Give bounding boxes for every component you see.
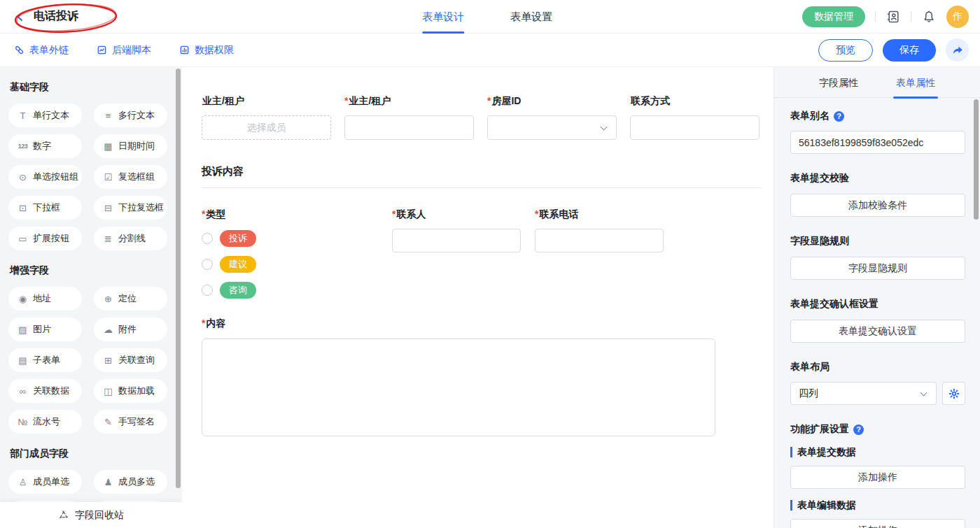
submit-validation-label: 表单提交校验 [790,172,965,185]
bar-chart-icon: ◫ [103,386,113,397]
radio-button[interactable] [202,285,213,296]
layout-settings-button[interactable] [942,382,965,405]
toolbar-link-label: 后端脚本 [112,44,151,57]
sidebar-item-radio-group[interactable]: ⊙单选按钮组 [8,165,82,189]
contact-book-icon[interactable] [886,9,901,24]
sidebar-item-member-single[interactable]: ♙成员单选 [8,470,82,494]
form-alias-input[interactable] [790,131,965,154]
tab-form-design[interactable]: 表单设计 [422,0,464,34]
back-button[interactable] [14,10,27,23]
help-icon[interactable]: ? [834,111,844,122]
chevron-down-icon [601,124,608,131]
button-icon: ▭ [18,234,28,244]
text-input-box[interactable] [392,229,521,252]
form-external-link-button[interactable]: 表单外链 [14,44,69,57]
sidebar-item-number[interactable]: 123数字 [8,134,82,158]
field-contact-phone[interactable]: *联系电话 [535,208,678,299]
sidebar-item-serial-number[interactable]: №流水号 [8,410,82,434]
sidebar-item-member-multi[interactable]: ♟成员多选 [94,470,167,494]
data-permission-button[interactable]: 数据权限 [179,44,234,57]
field-type-radio-group[interactable]: *类型 投诉 建议 咨询 [202,208,392,299]
field-contact-method[interactable]: 联系方式 [630,95,760,140]
field-content-textarea[interactable]: *内容 [202,317,761,436]
sidebar-item-handwritten-signature[interactable]: ✎手写签名 [94,410,167,434]
tab-form-properties[interactable]: 表单属性 [896,67,935,98]
divider-icon: ≣ [103,234,113,244]
form-layout-row: 四列 [790,382,965,405]
form-alias-label: 表单别名 [790,110,830,122]
option-tag-complaint[interactable]: 投诉 [220,230,256,247]
avatar[interactable]: 作 [946,6,969,28]
form-layout-select[interactable]: 四列 [790,382,937,405]
toolbar-links: 表单外链 后端脚本 数据权限 [14,44,234,57]
sidebar-item-datetime[interactable]: ▦日期时间 [94,134,167,158]
member-picker-box[interactable]: 选择成员 [202,115,331,140]
header-tabs: 表单设计 表单设置 [422,0,552,34]
sidebar-item-dropdown[interactable]: ⊡下拉框 [8,196,82,220]
multi-dropdown-icon: ⊟ [103,203,113,213]
add-edit-action-button[interactable]: 添加操作 [790,519,965,528]
member-picker-placeholder: 选择成员 [247,122,286,134]
share-button[interactable] [946,38,969,62]
sidebar-item-checkbox-group[interactable]: ☑复选框组 [94,165,167,189]
tab-field-properties[interactable]: 字段属性 [819,67,858,98]
multi-line-text-icon: ≡ [103,110,113,121]
calendar-icon: ▦ [103,141,113,152]
submit-confirm-settings-button[interactable]: 表单提交确认设置 [790,320,965,343]
recycle-icon [58,510,69,521]
save-button[interactable]: 保存 [883,39,936,62]
sidebar-item-multi-line-text[interactable]: ≡多行文本 [94,104,167,127]
sidebar-item-single-line-text[interactable]: T单行文本 [8,104,82,127]
dropdown-icon: ⊡ [18,203,28,213]
add-validation-condition-button[interactable]: 添加校验条件 [790,194,965,217]
field-house-id[interactable]: *房屋ID [487,95,617,140]
sidebar-item-location[interactable]: ⊕定位 [94,287,167,311]
sidebar-item-attachment[interactable]: ☁附件 [94,317,167,341]
radio-button[interactable] [202,233,213,244]
preview-button[interactable]: 预览 [818,39,873,62]
form-submit-data-label: 表单提交数据 [790,447,965,457]
header-left: 电话投诉 [14,9,182,24]
option-tag-suggestion[interactable]: 建议 [220,256,256,273]
back-chevron-icon [15,11,26,22]
sidebar-item-address[interactable]: ◉地址 [8,287,82,311]
option-tag-consult[interactable]: 咨询 [220,282,256,299]
form-field-row: 业主/租户 选择成员 *业主/租户 *房屋ID 联系方式 [202,95,761,140]
text-input-box[interactable] [535,229,664,252]
add-submit-action-button[interactable]: 添加操作 [790,466,965,489]
sidebar-item-divider-line[interactable]: ≣分割线 [94,227,167,250]
field-contact-person[interactable]: *联系人 [392,208,535,299]
text-input-box[interactable] [630,115,760,140]
radio-option-consult: 咨询 [202,282,392,299]
data-manage-button[interactable]: 数据管理 [802,6,865,27]
sidebar-item-related-query[interactable]: ⊞关联查询 [94,348,167,372]
help-icon[interactable]: ? [853,424,864,435]
section-title-complaint-content: 投诉内容 [202,165,761,188]
location-pin-icon: ◉ [18,294,28,304]
radio-button[interactable] [202,259,213,270]
backend-script-button[interactable]: 后端脚本 [97,44,151,57]
sidebar-item-data-load[interactable]: ◫数据加载 [94,379,167,403]
sidebar-item-multi-dropdown[interactable]: ⊟下拉复选框 [94,196,167,220]
pen-icon: ✎ [103,417,113,427]
form-layout-label: 表单布局 [790,361,965,373]
panel-scrollbar[interactable] [974,99,979,220]
house-id-select[interactable] [487,115,617,140]
bell-icon[interactable] [921,9,937,24]
content-textarea-box[interactable] [202,338,715,436]
field-visibility-rules-button[interactable]: 字段显隐规则 [790,257,965,280]
sidebar-scrollbar[interactable] [176,69,181,488]
field-recycle-bin[interactable]: 字段回收站 [0,502,182,528]
tab-form-settings[interactable]: 表单设置 [510,0,552,34]
field-owner-tenant-text[interactable]: *业主/租户 [344,95,474,140]
field-owner-tenant-member[interactable]: 业主/租户 选择成员 [202,95,331,140]
link-icon [14,45,24,55]
field-label: 业主/租户 [202,95,244,106]
form-canvas[interactable]: 业主/租户 选择成员 *业主/租户 *房屋ID 联系方式 投诉内容 [182,67,774,528]
text-input-box[interactable] [344,115,474,140]
sidebar-item-related-data[interactable]: ∞关联数据 [8,379,82,403]
sidebar-item-extend-button[interactable]: ▭扩展按钮 [8,227,82,250]
sidebar-item-image[interactable]: ▨图片 [8,317,82,341]
sidebar-item-sub-form[interactable]: ▤子表单 [8,348,82,372]
gear-icon [948,388,960,399]
